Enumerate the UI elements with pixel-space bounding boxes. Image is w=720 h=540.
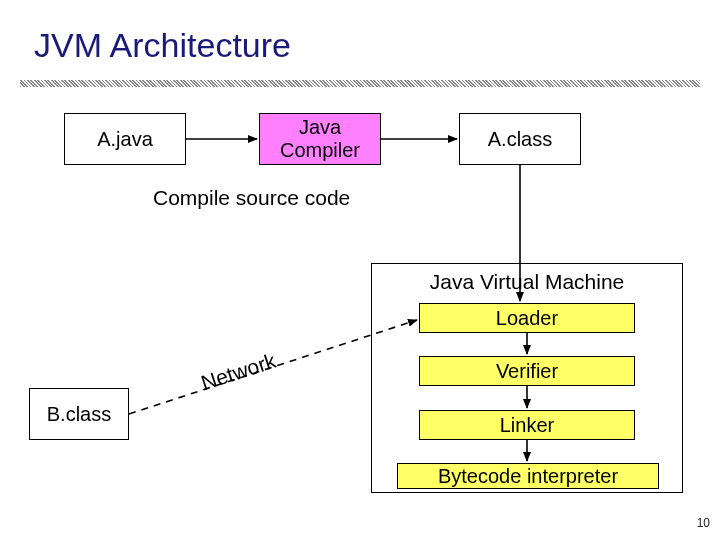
box-java-compiler: Java Compiler (259, 113, 381, 165)
box-b-class: B.class (29, 388, 129, 440)
box-a-class: A.class (459, 113, 581, 165)
label-network: Network (198, 349, 279, 396)
slide-title: JVM Architecture (34, 26, 291, 65)
box-bytecode: Bytecode interpreter (397, 463, 659, 489)
page-number: 10 (697, 516, 710, 530)
title-divider (20, 80, 700, 87)
caption-compile: Compile source code (153, 186, 350, 210)
box-linker: Linker (419, 410, 635, 440)
jvm-title: Java Virtual Machine (372, 270, 682, 294)
box-a-java: A.java (64, 113, 186, 165)
box-verifier: Verifier (419, 356, 635, 386)
box-loader: Loader (419, 303, 635, 333)
